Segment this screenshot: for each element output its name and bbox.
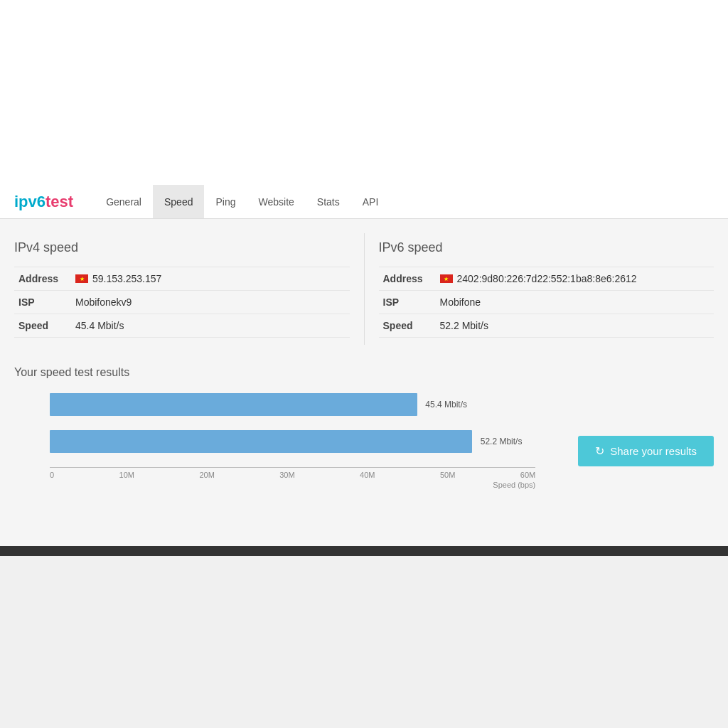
axis-label-60m: 60M — [520, 471, 535, 479]
ipv6-bar: 52.2 Mbit/s — [50, 430, 472, 453]
tab-stats[interactable]: Stats — [306, 185, 351, 218]
axis-label-10m: 10M — [119, 471, 134, 479]
table-row: ISP Mobifone — [379, 291, 714, 314]
ipv6-isp-label: ISP — [379, 291, 436, 314]
ipv6-bar-row: IPv6 52.2 Mbit/s — [50, 430, 535, 453]
tab-ping[interactable]: Ping — [204, 185, 247, 218]
ipv4-speed-label: Speed — [14, 314, 71, 338]
ipv4-section: IPv4 speed Address 59.153.253.157 ISP Mo… — [14, 233, 350, 345]
ipv6-address-value: 2402:9d80:226:7d22:552:1ba8:8e6:2612 — [436, 267, 714, 291]
vn-flag-ipv4 — [75, 274, 88, 283]
nav-bar: ipv6test General Speed Ping Website Stat… — [0, 185, 728, 219]
ipv4-title: IPv4 speed — [14, 240, 350, 255]
ipv6-section: IPv6 speed Address 2402:9d80:226:7d22:55… — [379, 233, 714, 345]
table-row: Address 59.153.253.157 — [14, 267, 350, 291]
results-title: Your speed test results — [14, 366, 714, 379]
share-button-label: Share your results — [610, 445, 697, 457]
chart-area: IPv4 45.4 Mbit/s IPv6 52.2 Mbit/s — [14, 393, 714, 496]
axis-label-20m: 20M — [199, 471, 214, 479]
table-row: Speed 45.4 Mbit/s — [14, 314, 350, 338]
speed-sections: IPv4 speed Address 59.153.253.157 ISP Mo… — [14, 233, 714, 345]
results-section: Your speed test results IPv4 45.4 Mbit/s — [14, 366, 714, 496]
ipv6-table: Address 2402:9d80:226:7d22:552:1ba8:8e6:… — [379, 267, 714, 338]
tab-website[interactable]: Website — [247, 185, 305, 218]
axis-label-50m: 50M — [440, 471, 455, 479]
axis-label-0: 0 — [50, 471, 54, 479]
ipv6-speed-value: 52.2 Mbit/s — [436, 314, 714, 338]
ipv4-table: Address 59.153.253.157 ISP Mobifonekv9 S… — [14, 267, 350, 338]
ipv4-address-label: Address — [14, 267, 71, 291]
chart-container: IPv4 45.4 Mbit/s IPv6 52.2 Mbit/s — [14, 393, 535, 496]
ipv4-bar-wrapper: 45.4 Mbit/s — [50, 393, 535, 416]
bottom-bar — [0, 546, 728, 556]
logo[interactable]: ipv6test — [14, 193, 73, 211]
share-section: ↻ Share your results — [564, 393, 714, 496]
table-row: ISP Mobifonekv9 — [14, 291, 350, 314]
ipv4-bar-value: 45.4 Mbit/s — [425, 400, 467, 410]
bottom-whitespace — [0, 556, 728, 728]
vn-flag-ipv6 — [440, 274, 453, 283]
table-row: Speed 52.2 Mbit/s — [379, 314, 714, 338]
ipv4-isp-label: ISP — [14, 291, 71, 314]
tab-general[interactable]: General — [95, 185, 153, 218]
section-divider — [364, 233, 365, 345]
share-button[interactable]: ↻ Share your results — [578, 436, 714, 466]
ipv6-bar-value: 52.2 Mbit/s — [481, 437, 523, 446]
ipv6-address-label: Address — [379, 267, 436, 291]
ipv4-bar-row: IPv4 45.4 Mbit/s — [50, 393, 535, 416]
ipv6-address-text: 2402:9d80:226:7d22:552:1ba8:8e6:2612 — [457, 273, 637, 284]
axis-line: 0 10M 20M 30M 40M 50M 60M — [50, 467, 535, 479]
logo-test: test — [46, 193, 73, 210]
ipv4-isp-value: Mobifonekv9 — [71, 291, 350, 314]
logo-ipv6: ipv6 — [14, 193, 46, 210]
tab-speed[interactable]: Speed — [153, 185, 204, 218]
ipv4-address-text: 59.153.253.157 — [92, 273, 161, 284]
axis-unit: Speed (bps) — [50, 481, 535, 489]
top-whitespace — [0, 0, 728, 185]
nav-tabs: General Speed Ping Website Stats API — [95, 185, 390, 218]
tab-api[interactable]: API — [351, 185, 390, 218]
share-icon: ↻ — [595, 444, 604, 458]
ipv6-bar-wrapper: 52.2 Mbit/s — [50, 430, 535, 453]
ipv4-bar: 45.4 Mbit/s — [50, 393, 417, 416]
ipv4-address-value: 59.153.253.157 — [71, 267, 350, 291]
ipv6-isp-value: Mobifone — [436, 291, 714, 314]
main-content: IPv4 speed Address 59.153.253.157 ISP Mo… — [0, 219, 728, 546]
ipv4-speed-value: 45.4 Mbit/s — [71, 314, 350, 338]
ipv6-title: IPv6 speed — [379, 240, 714, 255]
ipv6-speed-label: Speed — [379, 314, 436, 338]
table-row: Address 2402:9d80:226:7d22:552:1ba8:8e6:… — [379, 267, 714, 291]
chart-bars: IPv4 45.4 Mbit/s IPv6 52.2 Mbit/s — [14, 393, 535, 453]
chart-axis: 0 10M 20M 30M 40M 50M 60M Speed (bps) — [14, 467, 535, 489]
axis-label-30m: 30M — [279, 471, 294, 479]
axis-label-40m: 40M — [360, 471, 375, 479]
